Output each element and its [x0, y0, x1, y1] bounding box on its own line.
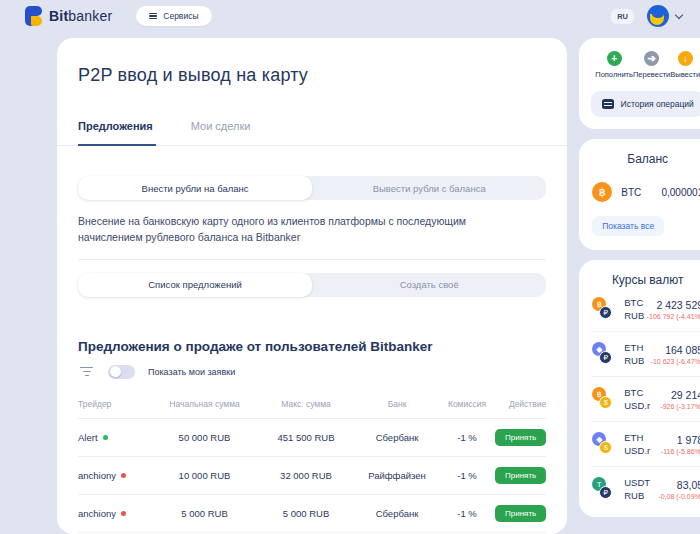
show-my-offers-label: Показать мои заявки [148, 367, 235, 377]
rate-base: USDT [624, 477, 650, 488]
tab-my-deals[interactable]: Мои сделки [191, 120, 251, 144]
deposit-withdraw-segmented: Внести рубли на баланс Вывести рубли с б… [78, 176, 546, 200]
page-title: P2P ввод и вывод на карту [78, 65, 546, 86]
table-row: Alert 50 000 RUB 451 500 RUB Сбербанк -1… [78, 419, 546, 457]
bank-cell: Сбербанк [355, 508, 439, 519]
eth-usd-pair-icon: ◆ $ [592, 431, 616, 457]
chevron-down-icon[interactable] [675, 10, 683, 18]
services-button[interactable]: Сервисы [136, 6, 211, 26]
filter-row: Показать мои заявки [78, 365, 546, 379]
max-sum-cell: 32 000 RUB [257, 470, 355, 481]
deposit-action-label: Пополнить [595, 70, 633, 79]
sidebar: + Пополнить ➔ Перевести ↓ Вывести Истори… [579, 38, 700, 517]
rate-row: ฿ $ BTC USD.r 29 214 -926 (-3.17%) [592, 377, 700, 422]
rate-row: ◆ $ ETH USD.r 1 978 -116 (-5.86%) [592, 422, 700, 467]
top-header: Bitbanker Сервисы RU [0, 0, 700, 32]
min-sum-cell: 10 000 RUB [152, 470, 257, 481]
rub-icon: ₽ [599, 306, 612, 319]
rate-row: ฿ ₽ BTC RUB 2 423 529 -106 792 (-4.41%) [592, 287, 700, 332]
btc-icon: ฿ [592, 182, 612, 202]
create-own-option[interactable]: Создать своё [312, 273, 546, 297]
transfer-icon: ➔ [644, 51, 659, 66]
history-button[interactable]: История операций [591, 91, 700, 117]
balance-card: Баланс ฿ BTC 0,000001 Показать все [579, 139, 700, 250]
avatar[interactable] [647, 5, 669, 27]
trader-name: anchiony [78, 508, 116, 519]
trader-status-dot [103, 435, 108, 440]
usdt-rub-pair-icon: T ₽ [592, 476, 616, 502]
rate-base: BTC [624, 297, 644, 308]
btc-rub-pair-icon: ฿ ₽ [592, 296, 616, 322]
rate-value: 29 214 [671, 389, 700, 401]
min-sum-cell: 5 000 RUB [152, 508, 257, 519]
rate-change: -926 (-3.17%) [660, 403, 700, 410]
accept-button[interactable]: Принять [495, 505, 546, 522]
btc-usd-pair-icon: ฿ $ [592, 386, 616, 412]
show-my-offers-toggle[interactable] [108, 365, 135, 379]
language-button[interactable]: RU [610, 8, 635, 25]
services-label: Сервисы [163, 11, 198, 21]
tab-offers[interactable]: Предложения [78, 120, 153, 144]
rate-base: ETH [624, 432, 650, 443]
trader-cell: anchiony [78, 470, 152, 481]
balance-coin-symbol: BTC [621, 187, 641, 198]
rate-row: T ₽ USDT RUB 83,05 -0,08 (-0.09%) [592, 467, 700, 511]
withdraw-action[interactable]: ↓ Вывести [670, 51, 700, 79]
balance-value: 0,000001 [661, 187, 700, 198]
bitbanker-logo-icon [25, 6, 42, 26]
trader-status-dot [121, 511, 126, 516]
rate-value: 164 085 [665, 344, 700, 356]
list-create-segmented: Список предложений Создать своё [78, 273, 546, 297]
rub-icon: ₽ [599, 351, 612, 364]
accept-button[interactable]: Принять [495, 467, 546, 484]
rate-quote: USD.r [624, 445, 650, 456]
trader-cell: anchiony [78, 508, 152, 519]
table-row: anchiony 10 000 RUB 32 000 RUB Райффайзе… [78, 457, 546, 495]
avatar-moon-icon [650, 14, 664, 25]
brand-name: Bitbanker [49, 8, 112, 24]
col-trader: Трейдер [78, 399, 152, 409]
fee-cell: -1 % [439, 508, 495, 519]
deposit-action[interactable]: + Пополнить [595, 51, 633, 79]
rate-quote: RUB [624, 310, 644, 321]
rate-value: 83,05 [677, 479, 700, 491]
withdraw-icon: ↓ [678, 51, 693, 66]
brand-logo[interactable]: Bitbanker [25, 6, 112, 26]
balance-title: Баланс [592, 152, 700, 166]
col-min-sum: Начальная сумма [152, 399, 257, 409]
divider [78, 259, 546, 260]
plus-icon: + [607, 51, 622, 66]
min-sum-cell: 50 000 RUB [152, 432, 257, 443]
rate-change: -0,08 (-0.09%) [658, 493, 700, 500]
trader-name: anchiony [78, 470, 116, 481]
withdraw-rub-option[interactable]: Вывести рубли с баланса [312, 176, 546, 200]
show-all-link[interactable]: Показать все [592, 216, 664, 236]
accept-button[interactable]: Принять [495, 429, 546, 446]
max-sum-cell: 5 000 RUB [257, 508, 355, 519]
rub-icon: ₽ [599, 486, 612, 499]
rate-base: BTC [624, 387, 650, 398]
deposit-rub-option[interactable]: Внести рубли на баланс [78, 176, 312, 200]
max-sum-cell: 451 500 RUB [257, 432, 355, 443]
table-header-row: Трейдер Начальная сумма Макс. сумма Банк… [78, 399, 546, 419]
rate-change: -106 792 (-4.41%) [647, 313, 700, 320]
withdraw-action-label: Вывести [670, 70, 700, 79]
transfer-action[interactable]: ➔ Перевести [633, 51, 670, 79]
active-tab-underline [78, 144, 156, 146]
toggle-knob [110, 366, 121, 377]
fee-cell: -1 % [439, 432, 495, 443]
history-button-label: История операций [621, 99, 694, 109]
bank-cell: Райффайзен [355, 470, 439, 481]
trader-status-dot [121, 473, 126, 478]
filter-icon[interactable] [78, 365, 95, 378]
fee-cell: -1 % [439, 470, 495, 481]
offers-section-title: Предложения о продаже от пользователей B… [78, 339, 546, 354]
rates-card: Курсы валют ฿ ₽ BTC RUB 2 423 529 -106 7… [579, 260, 700, 517]
offers-list-option[interactable]: Список предложений [78, 273, 312, 297]
trader-name: Alert [78, 432, 98, 443]
balance-row: ฿ BTC 0,000001 [592, 182, 700, 202]
rate-row: ◆ ₽ ETH RUB 164 085 -10 623 (-6.47%) [592, 332, 700, 377]
tabs: Предложения Мои сделки [78, 120, 546, 144]
mode-description: Внесение на банковскую карту одного из к… [78, 213, 498, 246]
rate-quote: RUB [624, 355, 644, 366]
